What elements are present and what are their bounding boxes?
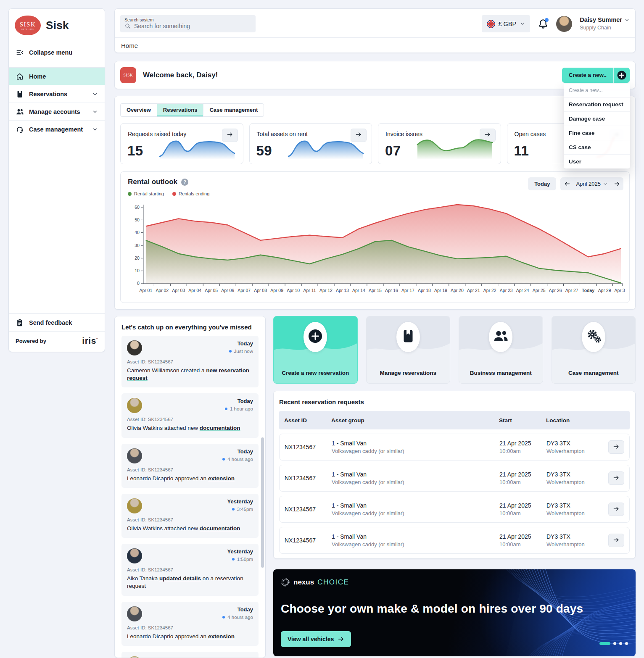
cell-asset-group: 1 - Small VanVolkswagen caddy (or simila… [332,533,499,547]
cell-location: DY3 3TXWolverhampton [546,533,604,547]
sisk-logo-icon: SISK ESTD 1859 [15,16,41,35]
svg-text:40: 40 [135,230,140,235]
feed-item-time: 4 hours ago [222,457,253,462]
create-menu-item-damage-case[interactable]: Damage case [564,112,630,126]
chevron-down-icon [603,182,608,187]
feed-item[interactable]: Today1 hour agoAsset ID: SK1234567Olivia… [121,393,259,437]
table-row[interactable]: NX12345671 - Small VanVolkswagen caddy (… [279,527,630,554]
carousel-dot-active[interactable] [599,642,610,645]
create-new-button[interactable]: Create a new.. [562,68,630,83]
plus-icon[interactable] [614,68,630,83]
stat-value: 15 [127,143,143,159]
send-feedback-button[interactable]: Send feedback [9,313,105,331]
row-arrow-button[interactable] [608,440,624,454]
search-input[interactable] [134,23,248,29]
chevron-down-icon [520,21,525,26]
prev-month-button[interactable] [560,177,574,190]
create-menu-item-fine-case[interactable]: Fine case [564,126,630,140]
powered-by-row: Powered by iris [9,331,105,352]
sidebar-item-reservations[interactable]: Reservations [9,85,105,103]
tab-reservations[interactable]: Reservations [157,104,203,116]
breadcrumb[interactable]: Home [121,42,138,49]
sidebar-item-case-management[interactable]: Case management [9,121,105,138]
feed-item-link[interactable]: documentation [200,525,240,532]
feed-item[interactable]: Yesterday3:45pmAsset ID: SK1234567Olivia… [121,652,259,658]
cell-start-time: 10:00am [499,510,546,516]
feed-item-asset-id: Asset ID: SK1234567 [127,567,253,572]
feed-item-link[interactable]: new reservation request [127,367,249,381]
stat-card-requests-raised-today: Requests raised today15 [120,123,243,164]
currency-selector[interactable]: £ GBP [482,15,531,32]
feed-item-link[interactable]: updated details [159,575,201,582]
feed-item[interactable]: TodayJust nowAsset ID: SK1234567Cameron … [121,336,259,387]
create-menu-item-user[interactable]: User [564,155,630,168]
feed-item-text: Leonardo Dicaprio approved an extension [127,475,253,482]
table-row[interactable]: NX12345671 - Small VanVolkswagen caddy (… [279,434,630,461]
feed-item-day: Yesterday [227,548,253,555]
cell-asset-group: 1 - Small VanVolkswagen caddy (or simila… [332,440,499,454]
cell-start: 21 Apr 202510:00am [499,440,546,454]
action-icon-circle [396,322,420,352]
carousel-dot[interactable] [613,642,616,645]
month-selector[interactable]: April 2025 [574,181,610,187]
feed-scrollbar[interactable] [261,437,264,568]
tab-overview[interactable]: Overview [121,104,157,116]
cell-start: 21 Apr 202510:00am [499,502,546,516]
legend-item: Rental starting [128,191,164,196]
collapse-menu-button[interactable]: Collapse menu [9,44,105,61]
view-all-vehicles-button[interactable]: View all vehicles [281,631,351,647]
action-label: Business management [459,370,543,376]
carousel-indicators [599,642,628,645]
feed-item-link[interactable]: extension [208,475,235,482]
feed-item[interactable]: Yesterday1:50pmAsset ID: SK1234567Aiko T… [121,544,259,595]
cell-location: DY3 3TXWolverhampton [546,471,604,485]
next-month-button[interactable] [610,177,623,190]
sidebar-item-label: Manage accounts [29,108,80,115]
feed-item[interactable]: Today4 hours agoAsset ID: SK1234567Leona… [121,444,259,488]
feed-item[interactable]: Today4 hours agoAsset ID: SK1234567Leona… [121,602,259,646]
svg-text:20: 20 [135,256,140,261]
help-icon[interactable]: ? [181,179,188,186]
table-row[interactable]: NX12345671 - Small VanVolkswagen caddy (… [279,465,630,492]
action-card-manage-reservations[interactable]: Manage reservations [366,316,451,384]
column-header-asset-group: Asset group [331,417,499,424]
table-row[interactable]: NX12345671 - Small VanVolkswagen caddy (… [279,496,630,523]
carousel-dot[interactable] [619,642,622,645]
sidebar-item-manage-accounts[interactable]: Manage accounts [9,103,105,121]
svg-text:10: 10 [135,268,140,273]
user-menu[interactable]: Daisy Summer [580,16,630,24]
search-box[interactable]: Search system [120,15,256,32]
row-arrow-button[interactable] [608,471,624,485]
feed-item-text: Olivia Watkins attached new documentatio… [127,424,253,432]
feed-item-link[interactable]: documentation [200,425,240,431]
svg-text:Apr 29: Apr 29 [598,288,611,293]
row-arrow-button[interactable] [608,534,624,547]
carousel-dot[interactable] [625,642,628,645]
sidebar-item-home[interactable]: Home [9,68,105,85]
action-card-business-management[interactable]: Business management [459,316,543,384]
rental-outlook-card: Rental outlook ? Today April 2025 [120,171,630,303]
reservation-requests-card: Recent reservation requests Asset IDAsse… [273,391,636,559]
avatar [127,548,142,563]
action-card-create-a-new-reservation[interactable]: Create a new reservation [273,316,358,384]
cell-asset-group: 1 - Small VanVolkswagen caddy (or simila… [332,502,499,516]
svg-text:Apr 16: Apr 16 [385,288,398,293]
feed-item-time: 1 hour ago [225,406,253,411]
banner-headline: Choose yor own make & model on hires ove… [281,602,583,616]
collapse-menu-label: Collapse menu [29,49,72,56]
logo-text: SISK [20,21,36,28]
svg-text:Apr 26: Apr 26 [549,288,562,293]
notifications-button[interactable] [538,18,549,29]
create-menu-item-cs-case[interactable]: CS case [564,140,630,155]
action-card-case-management[interactable]: Case management [552,316,636,384]
create-menu-item-reservation-request[interactable]: Reservation request [564,97,630,112]
tab-case-management[interactable]: Case management [203,104,264,116]
user-avatar[interactable] [556,16,572,32]
feed-item[interactable]: Yesterday3:45pmAsset ID: SK1234567Olivia… [121,494,259,538]
table-header: Asset IDAsset groupStartLocation [279,411,630,429]
today-button[interactable]: Today [528,177,556,190]
row-arrow-button[interactable] [608,503,624,516]
legend-label: Rental starting [134,191,164,196]
feed-item-link[interactable]: extension [208,633,235,640]
stat-card-total-assets-on-rent: Total assets on rent59 [249,123,372,164]
